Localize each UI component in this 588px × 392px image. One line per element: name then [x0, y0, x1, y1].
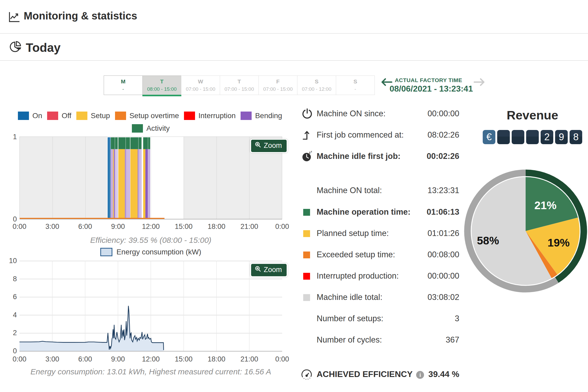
stat-label: Exceeded setup time:	[317, 250, 395, 259]
energy-xtick: 12:00	[138, 355, 164, 363]
energy-ytick: 4	[2, 311, 17, 319]
energy-ytick: 2	[2, 329, 17, 337]
stat-value: 03:08:02	[427, 293, 459, 302]
stat-label: Machine ON total:	[317, 186, 382, 195]
activity-xtick: 0:00	[269, 223, 295, 231]
revenue-digit-tile-3: 2	[541, 130, 553, 144]
legend-label: Off	[62, 112, 71, 120]
tab-day-1[interactable]: T08:00 - 15:00	[142, 76, 181, 95]
next-day-arrow[interactable]	[473, 77, 486, 88]
stat-row-machine-idle-total: Machine idle total:03:08:02	[300, 292, 461, 304]
stat-row-machine-on-since: Machine ON since:00:00:00	[300, 108, 461, 120]
idle-clock-icon: zz	[302, 150, 313, 163]
stat-swatch-setup_overtime	[303, 252, 310, 258]
activity-xtick: 9:00	[105, 223, 131, 231]
machine-state-chart	[19, 137, 282, 219]
time-distribution-pie: 21%19%58%	[462, 168, 588, 295]
gauge-icon	[301, 368, 313, 381]
tab-day-3[interactable]: T07:00 - 15:00	[220, 76, 259, 95]
stat-swatch-activity	[303, 209, 310, 216]
energy-legend: Energy consumption (kW)	[19, 248, 282, 256]
legend-item-activity: Activity	[132, 124, 170, 133]
factory-time-label: ACTUAL FACTORY TIME	[390, 77, 467, 83]
week-day-tabs: M-T08:00 - 15:00W07:00 - 15:00T07:00 - 1…	[104, 76, 375, 95]
zoom-button-label: Zoom	[264, 142, 282, 150]
activity-xtick: 6:00	[72, 223, 98, 231]
actual-factory-time: ACTUAL FACTORY TIME 08/06/2021 - 13:23:4…	[390, 77, 467, 94]
legend-swatch	[76, 112, 87, 120]
stat-row-interrupted-production: Interrupted production:00:00:00	[300, 271, 461, 282]
pie-chart-icon	[9, 40, 23, 55]
revenue-title: Revenue	[486, 108, 579, 122]
power-icon	[302, 108, 313, 120]
stat-label: Machine idle first job:	[317, 152, 401, 161]
app-header: Monitoring & statistics	[0, 0, 588, 34]
activity-xtick: 0:00	[6, 223, 33, 231]
svg-text:58%: 58%	[477, 234, 499, 247]
legend-item-on: On	[18, 112, 42, 120]
tab-day-letter: F	[276, 78, 280, 85]
energy-xtick: 15:00	[171, 355, 197, 363]
stat-label: Machine ON since:	[317, 109, 386, 118]
monitoring-statistics-page: Monitoring & statistics Today M-T08:00 -…	[0, 0, 588, 392]
stat-label: Machine operation time:	[317, 207, 411, 217]
energy-xtick: 3:00	[39, 355, 66, 363]
stat-value: 367	[446, 335, 459, 345]
activity-zoom-button[interactable]: Zoom	[250, 139, 288, 153]
revenue-digit-tile-5: 8	[570, 130, 582, 144]
legend-label: Setup	[91, 112, 110, 120]
stat-row-machine-idle-first-job: zzMachine idle first job:00:02:26	[300, 151, 461, 163]
svg-text:z: z	[309, 151, 311, 154]
legend-label: On	[32, 112, 42, 120]
achieved-efficiency-row: ACHIEVED EFFICIENCYi 39.44 %	[300, 368, 461, 381]
activity-ytick-1: 1	[2, 133, 17, 141]
stat-label: Interrupted production:	[317, 271, 399, 281]
legend-item-setup: Setup	[76, 112, 110, 120]
info-icon[interactable]: i	[416, 371, 424, 379]
energy-zoom-button[interactable]: Zoom	[250, 263, 288, 277]
stat-value: 00:08:00	[427, 250, 459, 259]
energy-legend-swatch	[100, 248, 112, 256]
tab-day-5[interactable]: S07:00 - 12:00	[297, 76, 336, 95]
tab-day-letter: T	[238, 78, 241, 85]
energy-xtick: 21:00	[236, 355, 262, 363]
stat-value: 00:00:00	[427, 109, 459, 118]
revenue-counter: €298	[483, 130, 582, 144]
legend-swatch	[184, 112, 195, 120]
svg-text:z: z	[311, 150, 312, 153]
tab-day-hours: 07:00 - 15:00	[186, 86, 215, 92]
stat-value: 00:00:00	[427, 271, 459, 281]
energy-ytick: 10	[2, 257, 17, 265]
tab-day-4[interactable]: F07:00 - 15:00	[258, 76, 297, 95]
activity-ytick-0: 0	[2, 215, 17, 223]
tab-day-hours: 07:00 - 12:00	[302, 86, 331, 92]
legend-item-off: Off	[47, 112, 71, 120]
achieved-efficiency-text: ACHIEVED EFFICIENCY	[317, 369, 412, 379]
zoom-magnifier-icon	[255, 142, 261, 150]
stat-value: 13:23:31	[427, 186, 459, 195]
stat-label: Machine idle total:	[317, 293, 382, 302]
revenue-digit-tile-4: 9	[555, 130, 568, 144]
first-job-icon	[302, 129, 313, 141]
legend-label: Activity	[146, 124, 170, 133]
state-legend-row-1: OnOffSetupSetup overtimeInterruptionBend…	[18, 112, 282, 120]
revenue-digit-tile-2	[526, 130, 539, 144]
legend-item-bending: Bending	[241, 112, 282, 120]
stat-row-number-of-setups: Number of setups:3	[300, 313, 461, 325]
energy-xtick: 0:00	[269, 355, 295, 363]
stat-value: 01:01:26	[427, 229, 459, 238]
activity-xtick: 21:00	[236, 223, 262, 231]
efficiency-caption: Efficiency: 39.55 % (08:00 - 15:00)	[19, 236, 282, 245]
tab-day-hours: 07:00 - 15:00	[263, 86, 293, 92]
energy-xtick: 6:00	[72, 355, 98, 363]
legend-label: Bending	[255, 112, 282, 120]
stat-label: Number of setups:	[317, 314, 383, 323]
tab-day-6[interactable]: S-	[336, 76, 375, 95]
tab-day-2[interactable]: W07:00 - 15:00	[181, 76, 220, 95]
tab-day-0[interactable]: M-	[104, 76, 143, 95]
tab-day-hours: 08:00 - 15:00	[147, 86, 177, 92]
stat-row-first-job-commenced-at: First job commenced at:08:02:26	[300, 130, 461, 141]
stat-row-number-of-cycles: Number of cycles:367	[300, 335, 461, 346]
legend-swatch	[241, 112, 252, 120]
activity-xtick: 12:00	[138, 223, 164, 231]
